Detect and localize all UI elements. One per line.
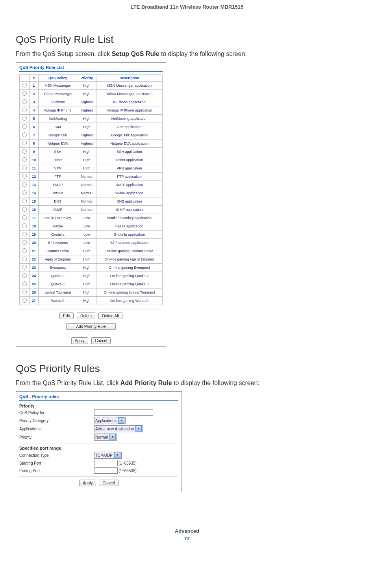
row-description: WWW application — [96, 189, 163, 197]
table-row: 3IP PhoneHighestIP Phone application — [20, 98, 163, 106]
row-index: 16 — [30, 206, 39, 214]
table-row: 5NetMeetingHighNetMeeting application — [20, 115, 163, 123]
row-description: NetMeeting application — [96, 115, 163, 123]
row-radio[interactable] — [20, 164, 30, 173]
row-radio[interactable] — [20, 156, 30, 164]
table-row: 9SSHHighSSH application — [20, 148, 163, 156]
cancel-button-1[interactable]: Cancel — [91, 337, 111, 344]
buttons-row-rules: Apply Cancel — [19, 479, 178, 489]
apply-button-2[interactable]: Apply — [79, 480, 96, 486]
row-radio[interactable] — [20, 231, 30, 239]
row-description: SSH application — [96, 148, 163, 156]
radio-icon — [22, 248, 27, 253]
row-index: 15 — [30, 197, 39, 206]
row-radio[interactable] — [20, 115, 30, 123]
row-index: 21 — [30, 247, 39, 255]
row-radio[interactable] — [20, 123, 30, 131]
table-row: 8Netgear EVAHighestNetgear EVA applicati… — [20, 140, 163, 148]
row-index: 9 — [30, 148, 39, 156]
delete-all-button[interactable]: Delete All — [98, 313, 122, 319]
row-description: ICMP application — [96, 206, 163, 214]
row-radio[interactable] — [20, 264, 30, 272]
row-description: FTP application — [96, 173, 163, 181]
row-radio[interactable] — [20, 288, 30, 297]
row-radio[interactable] — [20, 255, 30, 264]
doc-footer: Advanced 72 — [16, 524, 358, 553]
row-radio[interactable] — [20, 90, 30, 98]
row-policy: WWW — [39, 189, 77, 197]
label-conn-type: Connection Type — [19, 453, 94, 458]
row-priority: Highest — [77, 98, 96, 106]
row-policy: Kazaa — [39, 222, 77, 231]
radio-icon — [22, 166, 27, 170]
conn-type-select[interactable]: TCP/UDP▾ — [94, 452, 122, 459]
row-radio[interactable] — [20, 247, 30, 255]
chevron-down-icon: ▾ — [114, 452, 120, 458]
table-row: 27WarcraftHighOn-line gaming Warcraft — [20, 297, 163, 305]
row-radio[interactable] — [20, 214, 30, 222]
radio-icon — [22, 116, 27, 121]
cancel-button-2[interactable]: Cancel — [99, 480, 118, 486]
row-policy: Quake 3 — [39, 280, 77, 288]
s2-intro-bold: Add Priority Rule — [120, 380, 172, 386]
add-priority-rule-button[interactable]: Add Priority Rule — [66, 323, 115, 330]
row-description: On-line gaming Quake 2 — [96, 272, 163, 280]
radio-icon — [22, 232, 27, 236]
row-priority: Low — [77, 239, 96, 247]
table-row: 1MSN MessengerHighMSN Messenger applicat… — [20, 82, 163, 90]
label-start-port: Starting Port — [19, 461, 94, 465]
row-radio[interactable] — [20, 280, 30, 288]
table-row: 7Google TalkHighestGoogle Talk applicati… — [20, 131, 163, 140]
row-radio[interactable] — [20, 82, 30, 90]
row-radio[interactable] — [20, 106, 30, 115]
row-radio[interactable] — [20, 189, 30, 197]
row-radio[interactable] — [20, 206, 30, 214]
priority-section-header: Priority — [19, 404, 178, 408]
s2-intro-post: to display the following screen: — [172, 380, 259, 386]
apply-button-1[interactable]: Apply — [71, 337, 88, 344]
row-radio[interactable] — [20, 272, 30, 280]
radio-icon — [22, 215, 27, 220]
start-port-input[interactable] — [94, 460, 118, 466]
table-row: 23EverquestHighOn-line gaming Everquest — [20, 264, 163, 272]
row-radio[interactable] — [20, 131, 30, 140]
footer-page: 72 — [16, 536, 358, 541]
table-row: 25Quake 3HighOn-line gaming Quake 3 — [20, 280, 163, 288]
row-index: 18 — [30, 222, 39, 231]
row-radio[interactable] — [20, 181, 30, 189]
row-policy: MSN Messenger — [39, 82, 77, 90]
priority-select[interactable]: Normal▾ — [94, 434, 117, 441]
row-index: 27 — [30, 297, 39, 305]
row-policy: Ages of Empires — [39, 255, 77, 264]
row-radio[interactable] — [20, 140, 30, 148]
row-index: 17 — [30, 214, 39, 222]
row-index: 10 — [30, 156, 39, 164]
radio-icon — [22, 240, 27, 245]
edit-button[interactable]: Edit — [59, 313, 73, 319]
table-row: 15DNSNormalDNS application — [20, 197, 163, 206]
label-end-port: Ending Port — [19, 469, 94, 473]
policy-for-input[interactable] — [94, 409, 153, 416]
row-radio[interactable] — [20, 98, 30, 106]
row-policy: Everquest — [39, 264, 77, 272]
table-row: 14WWWNormalWWW application — [20, 189, 163, 197]
applications-value: Add a new Application — [95, 427, 134, 431]
radio-icon — [22, 149, 27, 154]
row-description: VPN application — [96, 164, 163, 173]
end-port-input[interactable] — [94, 467, 118, 474]
row-radio[interactable] — [20, 197, 30, 206]
row-radio[interactable] — [20, 173, 30, 181]
row-radio[interactable] — [20, 297, 30, 305]
row-radio[interactable] — [20, 239, 30, 247]
delete-button[interactable]: Delete — [77, 313, 95, 319]
row-priority: High — [77, 82, 96, 90]
row-radio[interactable] — [20, 148, 30, 156]
category-select[interactable]: Applications▾ — [94, 417, 126, 424]
panel2-title: QoS - Priority rules — [16, 392, 181, 400]
radio-icon — [22, 83, 27, 87]
row-index: 2 — [30, 90, 39, 98]
row-description: Netgear EVA application — [96, 140, 163, 148]
applications-select[interactable]: Add a new Application▾ — [94, 425, 143, 432]
row-policy: Telnet — [39, 156, 77, 164]
row-radio[interactable] — [20, 222, 30, 231]
